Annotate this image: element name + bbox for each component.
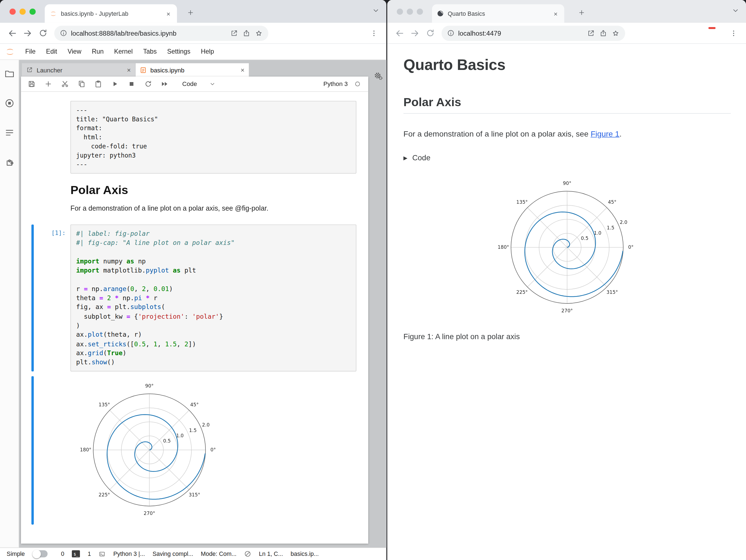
cut-cells-icon[interactable] [59, 78, 70, 90]
cell-collapser[interactable] [31, 183, 34, 212]
tab-notebook[interactable]: basics.ipynb × [136, 63, 249, 77]
chevron-down-icon [209, 81, 216, 87]
share-icon[interactable] [243, 29, 251, 37]
traffic-lights[interactable] [9, 8, 36, 14]
file-browser-icon[interactable] [4, 68, 15, 79]
interrupt-kernel-icon[interactable] [125, 78, 137, 90]
restart-run-all-icon[interactable] [159, 78, 170, 90]
bookmark-star-icon[interactable] [612, 29, 620, 37]
zoom-window-button[interactable] [417, 8, 423, 14]
reload-icon[interactable] [36, 26, 50, 39]
close-window-button[interactable] [9, 8, 16, 14]
site-info-icon[interactable] [447, 30, 454, 37]
bookmark-star-icon[interactable] [255, 29, 263, 37]
open-in-new-icon[interactable] [230, 29, 238, 37]
url-text: localhost:4479 [458, 29, 583, 37]
markdown-cell[interactable]: Polar Axis For a demonstration of a line… [21, 183, 368, 212]
extensions-puzzle-icon[interactable] [4, 157, 15, 168]
section-heading: Polar Axis [403, 95, 731, 114]
close-tab-icon[interactable]: × [165, 9, 172, 18]
running-sessions-icon[interactable] [4, 98, 15, 108]
restart-kernel-icon[interactable] [142, 78, 153, 90]
kernel-status-text[interactable]: Python 3 |... [113, 551, 145, 557]
browser-menu-icon[interactable] [367, 26, 380, 39]
minimize-window-button[interactable] [20, 8, 26, 14]
cell-collapser[interactable] [31, 101, 34, 174]
close-window-button[interactable] [397, 8, 403, 14]
terminal-icon[interactable]: $_ [72, 550, 80, 558]
browser-tab[interactable]: Quarto Basics × [432, 4, 564, 23]
menu-view[interactable]: View [62, 43, 87, 60]
raw-cell[interactable]: ---title: "Quarto Basics"format: html: c… [21, 101, 368, 174]
code-cell[interactable]: [1]: #| label: fig-polar#| fig-cap: "A l… [21, 225, 368, 372]
table-of-contents-icon[interactable] [4, 127, 15, 138]
close-tab-icon[interactable]: × [552, 9, 560, 18]
raw-cell-editor[interactable]: ---title: "Quarto Basics"format: html: c… [70, 101, 356, 174]
copy-cells-icon[interactable] [76, 78, 87, 90]
menu-run[interactable]: Run [87, 43, 109, 60]
menu-tabs[interactable]: Tabs [138, 43, 162, 60]
browser-tab[interactable]: basics.ipynb - JupyterLab × [45, 4, 177, 23]
run-cell-icon[interactable] [109, 78, 120, 90]
property-inspector-gear-icon[interactable] [374, 71, 383, 82]
kernel-name[interactable]: Python 3 [323, 81, 348, 88]
address-bar[interactable]: localhost:8888/lab/tree/basics.ipynb [54, 25, 268, 41]
browser-menu-icon[interactable] [727, 26, 740, 39]
forward-icon[interactable] [408, 26, 421, 39]
tab-launcher[interactable]: Launcher × [22, 63, 135, 77]
address-bar[interactable]: localhost:4479 [441, 25, 625, 41]
forward-icon[interactable] [21, 26, 34, 39]
insert-cell-icon[interactable] [42, 78, 54, 90]
minimize-window-button[interactable] [407, 8, 413, 14]
menu-settings[interactable]: Settings [162, 43, 196, 60]
menu-help[interactable]: Help [196, 43, 219, 60]
terminal-count[interactable]: 1 [88, 551, 91, 557]
code-fold-summary[interactable]: ▶ Code [403, 154, 731, 162]
reload-icon[interactable] [423, 26, 437, 39]
active-cell-collapser[interactable] [31, 225, 34, 372]
tab-search-chevron-icon[interactable] [731, 7, 739, 16]
cell-type-dropdown[interactable]: Code [182, 81, 216, 88]
menu-kernel[interactable]: Kernel [109, 43, 138, 60]
code-editor[interactable]: #| label: fig-polar#| fig-cap: "A line p… [70, 225, 356, 372]
paste-cells-icon[interactable] [92, 78, 104, 90]
svg-text:315°: 315° [189, 492, 200, 498]
simple-mode-toggle[interactable] [32, 550, 48, 558]
site-info-icon[interactable] [60, 30, 67, 37]
save-icon[interactable] [26, 78, 37, 90]
notebook-content[interactable]: ---title: "Quarto Basics"format: html: c… [21, 92, 368, 543]
menu-file[interactable]: File [20, 43, 41, 60]
polar-plot-output: 0°45°90°135°180°225°270°315°0.51.01.52.0 [73, 378, 226, 521]
execution-prompt: [1]: [32, 229, 65, 236]
back-icon[interactable] [393, 26, 406, 39]
output-cell[interactable]: 0°45°90°135°180°225°270°315°0.51.01.52.0 [21, 377, 368, 525]
polar-plot-figure: 0°45°90°135°180°225°270°315°0.51.01.52.0 [491, 176, 643, 318]
figure-link[interactable]: Figure 1 [591, 129, 620, 138]
kernel-status-icon[interactable] [354, 81, 361, 87]
close-launcher-tab-icon[interactable]: × [127, 67, 131, 73]
svg-text:90°: 90° [145, 383, 153, 389]
back-icon[interactable] [6, 26, 19, 39]
kernel-count[interactable]: 0 [61, 551, 64, 557]
rendered-paragraph: For a demonstration of a line plot on a … [70, 205, 356, 212]
svg-text:2.0: 2.0 [202, 422, 209, 428]
jupyterlab-statusbar: Simple 0 $_ 1 Python 3 |... Saving compl… [0, 547, 386, 560]
svg-text:180°: 180° [498, 244, 509, 250]
browser-toolbar: localhost:4479 [388, 23, 746, 44]
new-tab-button[interactable] [185, 7, 196, 18]
tab-search-chevron-icon[interactable] [372, 7, 380, 16]
cursor-position[interactable]: Ln 1, C... [259, 551, 283, 557]
svg-text:135°: 135° [99, 402, 110, 407]
share-icon[interactable] [599, 29, 607, 37]
active-output-collapser[interactable] [31, 377, 34, 525]
new-tab-button[interactable] [576, 7, 587, 18]
zoom-window-button[interactable] [30, 8, 36, 14]
statusbar-filename[interactable]: basics.ip... [291, 551, 319, 557]
svg-text:45°: 45° [608, 199, 616, 205]
traffic-lights[interactable] [397, 8, 423, 14]
console-icon[interactable] [98, 551, 106, 557]
menu-edit[interactable]: Edit [41, 43, 62, 60]
close-notebook-tab-icon[interactable]: × [240, 67, 245, 73]
notification-bell-off-icon[interactable] [244, 550, 251, 558]
open-in-new-icon[interactable] [587, 29, 595, 37]
